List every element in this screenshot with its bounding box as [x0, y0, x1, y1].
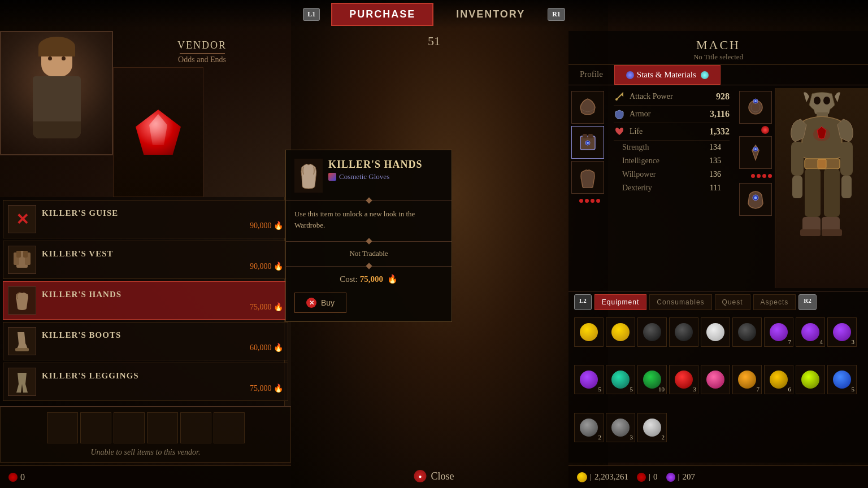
item-killers-boots[interactable]: KILLER'S BOOTS 60,000 🔥 [3, 322, 288, 360]
inv-slot-7[interactable]: 7 [764, 317, 793, 347]
inv-gem-15 [738, 371, 756, 389]
stats-tab[interactable]: Stats & Materials [614, 65, 721, 85]
vendor-header: VENDOR Odds and Ends [0, 31, 291, 197]
vendor-portrait [0, 31, 113, 155]
inv-slot-20[interactable]: 3 [606, 413, 635, 442]
left-currency-item: 0 [8, 472, 25, 482]
inv-slot-8[interactable]: 4 [796, 317, 825, 347]
stat-intelligence: Intelligence 135 [614, 154, 730, 168]
item-killers-hands[interactable]: KILLER'S HANDS 75,000 🔥 [3, 281, 288, 320]
gold-currency: | 2,203,261 [577, 472, 628, 482]
svg-rect-33 [800, 229, 821, 236]
inv-slot-21[interactable]: 2 [637, 413, 667, 442]
item-name-guise: KILLER'S GUISE [42, 208, 283, 218]
equip-slot-gloves[interactable] [571, 161, 604, 194]
stats-section: Attack Power 928 Armor 3,116 [611, 88, 732, 288]
intelligence-label: Intelligence [622, 156, 659, 165]
left-currency-bar: 0 [0, 465, 291, 488]
chest-slot-icon [577, 132, 598, 153]
inv-slot-14[interactable] [701, 365, 730, 394]
svg-rect-24 [791, 142, 804, 176]
inv-slot-3[interactable] [637, 317, 667, 347]
equipment-tab[interactable]: Equipment [594, 294, 646, 310]
profile-tabs: Profile Stats & Materials [568, 65, 868, 85]
stat-armor: Armor 3,116 [614, 106, 730, 123]
item-killers-guise[interactable]: ✕ KILLER'S GUISE 90,000 🔥 [3, 200, 288, 238]
item-killers-leggings[interactable]: KILLER'S LEGGINGS 75,000 🔥 [3, 363, 288, 401]
gem-inner [147, 114, 170, 145]
profile-tab[interactable]: Profile [568, 65, 614, 85]
item-list: ✕ KILLER'S GUISE 90,000 🔥 [0, 197, 291, 406]
inv-slot-5[interactable] [701, 317, 730, 347]
inv-slot-16[interactable]: 6 [764, 365, 793, 394]
inv-slot-4[interactable] [669, 317, 698, 347]
r1-badge: R1 [548, 8, 565, 21]
inv-slot-19[interactable]: 2 [574, 413, 604, 442]
popup-line-right [371, 201, 452, 201]
inv-slot-2[interactable] [606, 317, 635, 347]
life-label: Life [630, 127, 643, 136]
sell-slot-1 [47, 412, 78, 443]
svg-point-14 [751, 103, 760, 112]
purchase-tab[interactable]: PURCHASE [331, 3, 433, 26]
inv-gem-3 [643, 323, 661, 341]
inv-slot-17[interactable] [796, 365, 825, 394]
right-equip-slots [732, 88, 775, 288]
blood-amount: 0 [653, 472, 658, 482]
popup-line-left2 [286, 241, 367, 242]
item-price-vest: 90,000 🔥 [42, 262, 283, 271]
inv-slot-1[interactable] [574, 317, 604, 347]
purple-sep: | [678, 472, 680, 482]
inv-count-8: 4 [820, 338, 823, 345]
inv-slot-13[interactable]: 3 [669, 365, 698, 394]
stat-armor-label: Armor [614, 108, 650, 120]
popup-divider-bottom [286, 264, 452, 268]
sell-message: Unable to sell items to this vendor. [90, 448, 200, 457]
svg-rect-4 [23, 251, 28, 258]
attack-power-value: 928 [716, 91, 730, 102]
inv-gem-20 [611, 419, 630, 437]
inventory-grid: 7 4 3 5 5 10 3 7 [568, 313, 868, 463]
equip-slot-ring1[interactable] [739, 91, 772, 124]
svg-rect-7 [583, 134, 587, 138]
inv-slot-11[interactable]: 5 [606, 365, 635, 394]
inv-slot-10[interactable]: 5 [574, 365, 604, 394]
cosmetic-icon [328, 173, 336, 181]
inv-slot-15[interactable]: 7 [732, 365, 762, 394]
popup-line-right3 [371, 266, 452, 267]
item-killers-vest[interactable]: KILLER'S VEST 90,000 🔥 [3, 241, 288, 279]
willpower-value: 136 [709, 170, 721, 179]
armor-value: 3,116 [710, 109, 730, 119]
item-name-boots: KILLER'S BOOTS [42, 330, 283, 340]
popup-line-right2 [371, 241, 452, 242]
inventory-tab[interactable]: INVENTORY [445, 4, 536, 25]
quest-tab[interactable]: Quest [715, 294, 750, 310]
inv-slot-12[interactable]: 10 [637, 365, 667, 394]
stats-gem-icon [626, 71, 634, 79]
stat-attack-power: Attack Power 928 [614, 88, 730, 106]
aspects-tab[interactable]: Aspects [753, 294, 796, 310]
item-icon-guise: ✕ [8, 205, 36, 233]
equip-slot-chest[interactable] [571, 126, 604, 159]
consumables-tab[interactable]: Consumables [649, 294, 711, 310]
close-button[interactable]: ● Close [414, 470, 454, 482]
equip-slot-amulet[interactable] [739, 136, 772, 169]
equip-slot-ring2[interactable] [739, 183, 772, 216]
popup-tradable: Not Tradable [286, 246, 452, 261]
sell-slot-3 [114, 412, 145, 443]
attack-power-label: Attack Power [630, 92, 673, 101]
inv-slot-6[interactable] [732, 317, 762, 347]
inv-gem-2 [611, 323, 630, 341]
item-name-leggings: KILLER'S LEGGINGS [42, 371, 283, 381]
inv-count-12: 10 [658, 386, 665, 393]
inv-slot-18[interactable]: 5 [827, 365, 857, 394]
top-navigation: L1 PURCHASE INVENTORY R1 [0, 0, 868, 28]
inv-count-19: 2 [598, 434, 602, 441]
inv-slot-9[interactable]: 3 [827, 317, 857, 347]
buy-button[interactable]: ✕ Buy [294, 293, 346, 313]
bottom-bar: | 2,203,261 | 0 | 207 [568, 465, 868, 488]
inv-count-7: 7 [788, 338, 792, 345]
dexterity-label: Dexterity [622, 184, 652, 193]
equip-slot-helm[interactable] [571, 91, 604, 124]
left-currency-amount: 0 [20, 472, 25, 482]
